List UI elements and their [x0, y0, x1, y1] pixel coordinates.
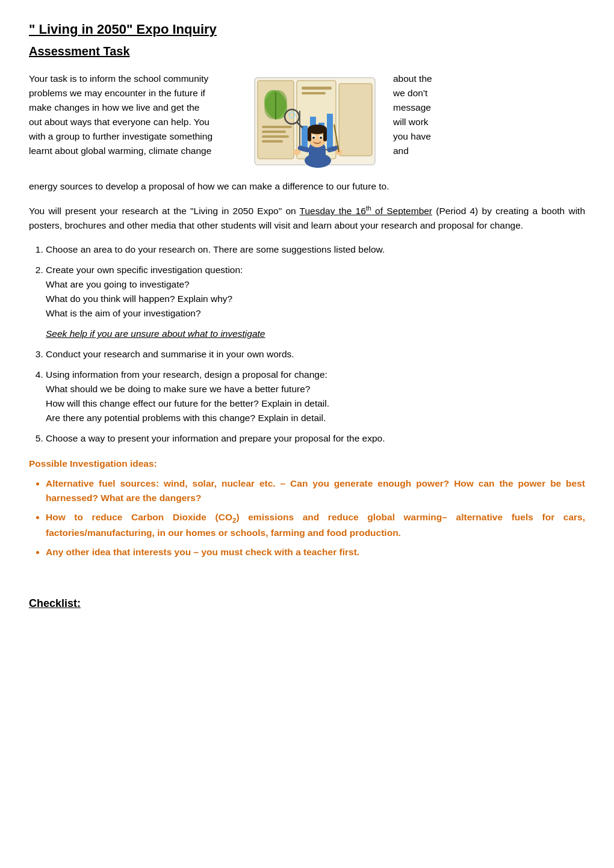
svg-rect-17 — [302, 87, 332, 90]
step-3-text: Conduct your research and summarise it i… — [46, 349, 294, 359]
intro-end-text: energy sources to develop a proposal of … — [29, 179, 585, 194]
intro-left2: problems we may encounter in the future … — [29, 88, 205, 98]
intro-left3: make changes in how we live and get the — [29, 102, 199, 112]
date-underline: Tuesday the 16th of September — [300, 206, 432, 216]
intro-left4: out about ways that everyone can help. Y… — [29, 117, 209, 127]
bullet-3-text: Any other idea that interests you – you … — [46, 547, 359, 557]
svg-rect-24 — [323, 129, 327, 141]
seek-help-text: Seek help if you are unsure about what t… — [46, 327, 585, 341]
svg-rect-9 — [262, 135, 289, 138]
step-1: Choose an area to do your research on. T… — [46, 242, 585, 257]
sub-2: 2 — [232, 516, 236, 524]
right1: about the — [393, 73, 432, 84]
bullet-1-text: Alternative fuel sources: wind, solar, n… — [46, 478, 585, 503]
step-4-text: Using information from your research, de… — [46, 369, 329, 423]
intro-section: Your task is to inform the school commun… — [29, 72, 585, 171]
right2: we don't — [393, 88, 427, 98]
svg-rect-7 — [262, 126, 292, 128]
expo-illustration — [243, 72, 387, 171]
investigation-bullets: Alternative fuel sources: wind, solar, n… — [46, 476, 585, 559]
svg-rect-18 — [302, 92, 326, 94]
svg-point-27 — [312, 137, 315, 139]
right4: will work — [393, 117, 429, 127]
para1-text: You will present your research at the "L… — [29, 206, 300, 216]
right3: message — [393, 102, 431, 112]
bullet-3: Any other idea that interests you – you … — [46, 545, 585, 559]
svg-point-31 — [293, 149, 300, 155]
steps-list-2: Conduct your research and summarise it i… — [46, 347, 585, 446]
svg-rect-14 — [327, 114, 333, 150]
steps-list-1: Choose an area to do your research on. T… — [46, 242, 585, 321]
svg-point-28 — [320, 137, 322, 139]
paragraph1: You will present your research at the "L… — [29, 203, 585, 233]
step-5: Choose a way to present your information… — [46, 431, 585, 446]
intro-text-right: about the we don't message will work you… — [393, 72, 504, 158]
main-title: " Living in 2050" Expo Inquiry — [29, 19, 585, 40]
investigation-header: Possible Investigation ideas: — [29, 457, 585, 471]
step-2-text: Create your own specific investigation q… — [46, 265, 243, 318]
bullet-2: How to reduce Carbon Dioxide (CO2) emiss… — [46, 510, 585, 540]
sub-title: Assessment Task — [29, 42, 585, 61]
intro-left5: with a group to further investigate some… — [29, 131, 212, 141]
step-3: Conduct your research and summarise it i… — [46, 347, 585, 362]
intro-text-left: Your task is to inform the school commun… — [29, 72, 237, 158]
svg-rect-23 — [308, 129, 311, 141]
bullet-2-text: How to reduce Carbon Dioxide (CO2) emiss… — [46, 512, 585, 538]
step-1-text: Choose an area to do your research on. T… — [46, 244, 385, 254]
svg-rect-8 — [262, 131, 286, 133]
step-4: Using information from your research, de… — [46, 368, 585, 425]
bullet-1: Alternative fuel sources: wind, solar, n… — [46, 476, 585, 505]
intro-left6: learnt about global warming, climate cha… — [29, 146, 211, 156]
superscript-th: th — [366, 205, 371, 212]
checklist-title: Checklist: — [29, 596, 585, 612]
step-2: Create your own specific investigation q… — [46, 263, 585, 321]
right6: and — [393, 146, 409, 156]
svg-rect-10 — [262, 140, 283, 143]
right5: you have — [393, 131, 431, 141]
intro-left-content: Your task is to inform the school commun… — [29, 73, 208, 84]
step-5-text: Choose a way to present your information… — [46, 433, 385, 443]
svg-rect-3 — [339, 84, 372, 156]
